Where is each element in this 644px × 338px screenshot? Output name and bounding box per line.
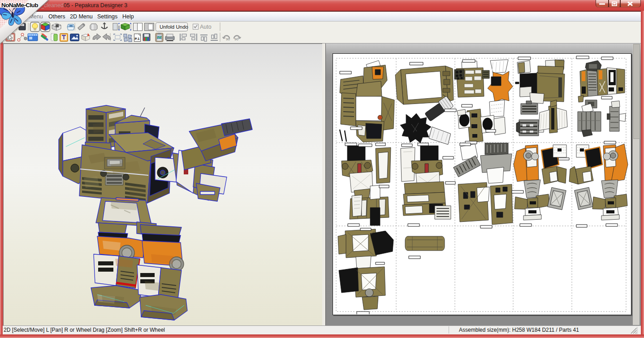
svg-text:NoNaMe-Club: NoNaMe-Club (1, 2, 38, 9)
svg-text:90: 90 (234, 37, 238, 41)
svg-text:Auto: Auto (200, 24, 212, 30)
svg-text:P.1: P.1 (135, 37, 140, 41)
svg-text:Unfold Undo: Unfold Undo (160, 24, 188, 30)
svg-text:90: 90 (226, 37, 230, 41)
